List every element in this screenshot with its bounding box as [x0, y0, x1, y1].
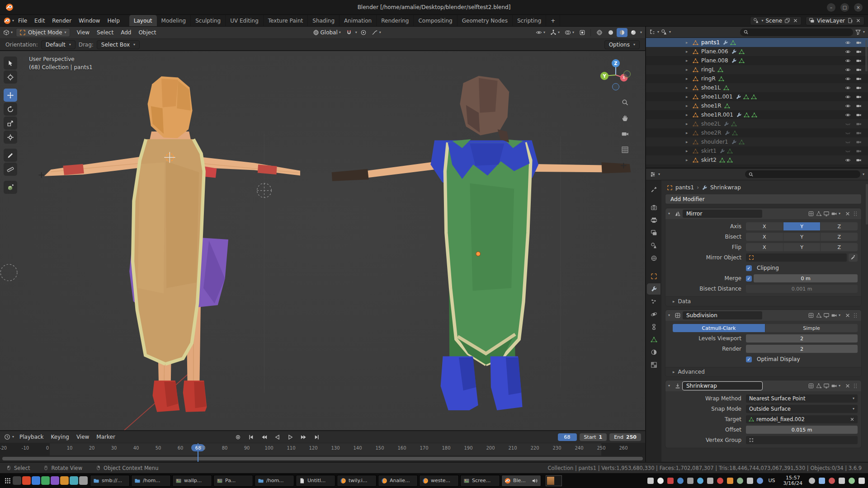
extras-chevron-icon[interactable]: ▾: [839, 212, 843, 216]
tray-right-icon-3[interactable]: [829, 478, 835, 484]
delete-modifier-icon[interactable]: [844, 211, 851, 217]
tray-right-icon-6[interactable]: [859, 478, 865, 484]
nav-camera-button[interactable]: [620, 129, 630, 139]
snapping-chevron-icon[interactable]: ▾: [355, 31, 357, 34]
tray-icon-4[interactable]: [677, 478, 684, 484]
outliner-row-shoe1r-001[interactable]: ▸shoe1R.001: [646, 110, 868, 119]
eye-closed-icon[interactable]: [845, 139, 851, 145]
optimal-display-checkbox[interactable]: [746, 357, 752, 362]
render-visibility-icon[interactable]: [856, 157, 862, 163]
options-dropdown[interactable]: Options▾: [604, 40, 640, 49]
eyedropper-button[interactable]: [849, 253, 858, 262]
shrinkwrap-name-field[interactable]: Shrinkwrap: [683, 382, 762, 390]
timeline-menu-marker[interactable]: Marker: [93, 432, 118, 441]
launcher-icon-1[interactable]: [3, 476, 12, 485]
tool-scale[interactable]: [4, 117, 17, 130]
properties-search-input[interactable]: [745, 170, 860, 178]
mirror-panel-header[interactable]: ▾ Mirror ▾: [665, 208, 861, 219]
transport-jump-end-button[interactable]: [312, 432, 321, 441]
bisect-y-button[interactable]: Y: [783, 233, 821, 241]
current-frame-field[interactable]: 68: [558, 433, 577, 441]
eye-open-icon[interactable]: [845, 40, 851, 46]
minimize-button[interactable]: –: [827, 3, 835, 12]
vertex-group-field[interactable]: [746, 436, 858, 444]
clock[interactable]: 15:57 3/16/24: [783, 475, 802, 486]
window-app-icon[interactable]: [5, 3, 14, 11]
properties-tab-constraints[interactable]: [647, 321, 660, 333]
expand-arrow-icon[interactable]: ▸: [686, 113, 691, 117]
viewport-menu-object[interactable]: Object: [135, 28, 160, 37]
tray-icon-10[interactable]: [737, 478, 743, 484]
gizmos-dropdown[interactable]: ▾: [548, 28, 561, 37]
workspace-tab-layout[interactable]: Layout: [129, 15, 157, 26]
edit-mode-toggle-icon[interactable]: [816, 383, 822, 389]
on-cage-toggle-icon[interactable]: [808, 312, 814, 319]
tray-icon-8[interactable]: [717, 478, 723, 484]
extras-chevron-icon[interactable]: ▾: [839, 314, 843, 317]
collapse-chevron-icon[interactable]: ▾: [668, 314, 673, 317]
subdivision-name-field[interactable]: Subdivision: [683, 311, 762, 319]
offset-slider[interactable]: 0.015 m: [746, 426, 858, 434]
shading-rendered-button[interactable]: [628, 28, 639, 37]
tool-move[interactable]: [4, 89, 17, 102]
navigation-gizmo[interactable]: Z Y X: [597, 56, 634, 94]
launcher-icon-4[interactable]: [32, 476, 40, 485]
launcher-icon-2[interactable]: [13, 476, 21, 485]
object-visibility-dropdown[interactable]: ▾: [534, 28, 547, 37]
properties-tab-physics[interactable]: [647, 309, 660, 320]
timeline-menu-keying[interactable]: Keying: [47, 432, 73, 441]
render-visibility-icon[interactable]: [856, 148, 862, 154]
task-button-twily-i-[interactable]: twily.i...: [337, 475, 377, 487]
start-frame-field[interactable]: Start1: [580, 433, 607, 441]
expand-arrow-icon[interactable]: ▸: [686, 40, 691, 45]
snap-mode-dropdown[interactable]: Outside Surface▾: [746, 405, 858, 413]
tray-icon-12[interactable]: [757, 478, 763, 484]
expand-arrow-icon[interactable]: ▸: [686, 131, 691, 135]
properties-tab-object[interactable]: [647, 271, 660, 282]
outliner-editor-icon[interactable]: [649, 29, 656, 35]
tool-rotate[interactable]: [4, 103, 17, 116]
filter-icon[interactable]: [855, 29, 861, 35]
realtime-toggle-icon[interactable]: [823, 211, 830, 217]
blender-logo-icon[interactable]: [4, 17, 11, 24]
drag-grip-icon[interactable]: [852, 211, 859, 217]
add-modifier-button[interactable]: Add Modifier: [665, 194, 862, 204]
render-toggle-icon[interactable]: [831, 383, 837, 389]
outliner-row-plane-006[interactable]: ▸Plane.006: [646, 47, 868, 56]
workspace-pager[interactable]: [546, 475, 562, 486]
timeline-editor-chevron-icon[interactable]: ▾: [12, 435, 14, 439]
editor-type-icon[interactable]: [3, 29, 9, 36]
properties-tab-tool[interactable]: [647, 184, 660, 195]
3d-viewport[interactable]: User Perspective (68) Collection | pants…: [0, 51, 645, 430]
eye-open-icon[interactable]: [845, 67, 851, 73]
expand-arrow-icon[interactable]: ▸: [686, 94, 691, 99]
delete-modifier-icon[interactable]: [844, 383, 851, 389]
eye-open-icon[interactable]: [845, 103, 851, 109]
tray-right-icon-5[interactable]: [849, 478, 855, 484]
task-button-pa-[interactable]: Pa...: [213, 475, 253, 487]
mirror-name-field[interactable]: Mirror: [683, 210, 762, 218]
menu-render[interactable]: Render: [48, 16, 75, 25]
expand-arrow-icon[interactable]: ▸: [686, 49, 691, 54]
advanced-subpanel[interactable]: ▸Advanced: [665, 367, 861, 376]
breadcrumb-modifier[interactable]: Shrinkwrap: [710, 184, 741, 191]
timeline-scrollbar[interactable]: [2, 457, 643, 460]
outliner-row-shoe1l-001[interactable]: ▸shoe1L.001: [646, 92, 868, 101]
workspace-tab-scripting[interactable]: Scripting: [513, 15, 546, 26]
outliner-row-skirt1[interactable]: ▸skirt1: [646, 146, 868, 155]
menu-file[interactable]: File: [14, 16, 31, 25]
wrap-method-dropdown[interactable]: Nearest Surface Point▾: [746, 394, 858, 403]
tray-icon-2[interactable]: [657, 478, 664, 484]
maximize-button[interactable]: □: [840, 3, 849, 12]
transport-play-reverse-button[interactable]: [273, 432, 282, 441]
launcher-icon-9[interactable]: [79, 476, 88, 485]
mirror-axis-y-button[interactable]: Y: [783, 222, 821, 230]
unlink-scene-icon[interactable]: [793, 18, 798, 23]
expand-arrow-icon[interactable]: ▸: [686, 58, 691, 63]
timeline-menu-playback[interactable]: Playback: [16, 432, 47, 441]
xray-toggle[interactable]: [577, 28, 587, 37]
view-layer-selector[interactable]: ViewLayer: [806, 16, 864, 25]
timeline-menu-view[interactable]: View: [73, 432, 93, 441]
properties-scrollbar[interactable]: [866, 184, 868, 225]
tray-icon-11[interactable]: [747, 478, 753, 484]
